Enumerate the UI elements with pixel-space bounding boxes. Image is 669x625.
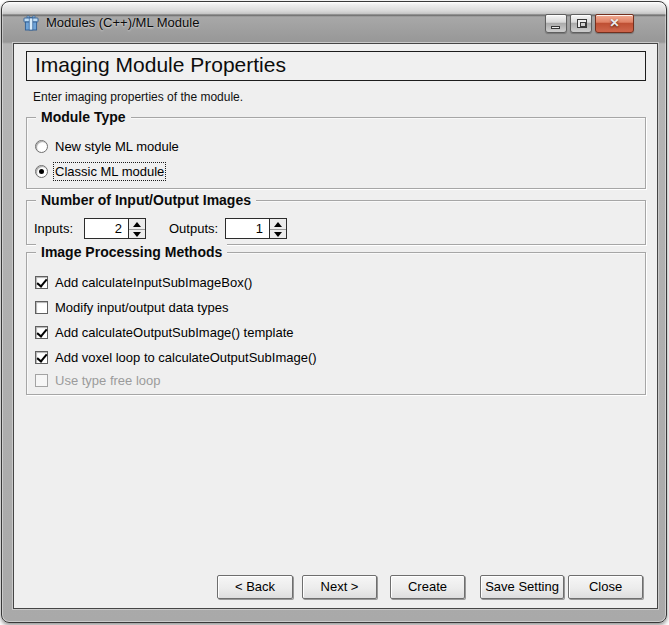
checkbox-add-calculate-input-subimagebox[interactable]: Add calculateInputSubImageBox(): [27, 275, 645, 292]
outputs-value: 1: [256, 221, 263, 236]
save-setting-button[interactable]: Save Setting: [480, 575, 564, 599]
inputs-label: Inputs:: [34, 221, 73, 236]
minimize-icon: [551, 26, 560, 29]
outputs-label: Outputs:: [169, 221, 218, 236]
window-title: Modules (C++)/ML Module: [46, 15, 199, 30]
checkbox-use-type-free-loop: Use type free loop: [27, 373, 645, 390]
processing-legend: Image Processing Methods: [36, 244, 227, 260]
radio-icon: [35, 165, 48, 178]
page-title-box: Imaging Module Properties: [26, 51, 646, 81]
close-button[interactable]: ✕: [595, 14, 634, 33]
radio-new-style-ml-module[interactable]: New style ML module: [27, 139, 645, 156]
radio-classic-ml-module[interactable]: Classic ML module: [27, 164, 645, 181]
inputs-spin-buttons: [128, 219, 145, 238]
arrow-up-icon: [133, 222, 141, 227]
checkbox-icon: [35, 326, 48, 339]
close-dialog-button[interactable]: Close: [568, 575, 643, 599]
checkbox-add-voxel-loop[interactable]: Add voxel loop to calculateOutputSubImag…: [27, 350, 645, 367]
arrow-up-icon: [274, 222, 282, 227]
radio-icon: [35, 140, 48, 153]
checkbox-icon: [35, 374, 48, 387]
radio-label: Classic ML module: [55, 164, 164, 179]
next-button[interactable]: Next >: [302, 575, 377, 599]
module-type-group: Module Type New style ML module Classic …: [26, 117, 646, 189]
maximize-button[interactable]: [570, 14, 592, 33]
checkbox-icon: [35, 301, 48, 314]
inputs-value: 2: [115, 221, 122, 236]
checkbox-modify-io-data-types[interactable]: Modify input/output data types: [27, 300, 645, 317]
arrow-down-icon: [133, 232, 141, 237]
checkbox-label: Add voxel loop to calculateOutputSubImag…: [55, 350, 317, 365]
arrow-down-icon: [274, 232, 282, 237]
radio-label: New style ML module: [55, 139, 179, 154]
module-type-legend: Module Type: [36, 109, 131, 125]
titlebar[interactable]: Modules (C++)/ML Module ✕: [2, 2, 666, 43]
module-package-icon: [22, 14, 40, 32]
checkbox-icon: [35, 351, 48, 364]
maximize-icon: [577, 19, 587, 28]
minimize-button[interactable]: [545, 14, 567, 33]
inputs-spin-down-button[interactable]: [129, 229, 145, 238]
processing-group: Image Processing Methods Add calculateIn…: [26, 252, 646, 395]
create-button[interactable]: Create: [390, 575, 465, 599]
outputs-spin-up-button[interactable]: [270, 219, 286, 228]
io-images-group: Number of Input/Output Images Inputs: 2 …: [26, 200, 646, 245]
checkbox-icon: [35, 276, 48, 289]
dialog-window: Modules (C++)/ML Module ✕ Imaging Module…: [1, 1, 667, 623]
checkbox-label: Modify input/output data types: [55, 300, 228, 315]
inputs-spin-up-button[interactable]: [129, 219, 145, 228]
io-images-legend: Number of Input/Output Images: [36, 192, 256, 208]
close-icon: ✕: [596, 16, 633, 30]
page-subtitle: Enter imaging properties of the module.: [33, 90, 243, 104]
page-title: Imaging Module Properties: [35, 53, 286, 77]
outputs-spin-buttons: [269, 219, 286, 238]
inputs-spinbox[interactable]: 2: [84, 218, 146, 239]
checkbox-label: Add calculateOutputSubImage() template: [55, 325, 293, 340]
checkbox-label: Add calculateInputSubImageBox(): [55, 275, 252, 290]
dialog-content: Imaging Module Properties Enter imaging …: [13, 43, 658, 609]
outputs-spinbox[interactable]: 1: [225, 218, 287, 239]
outputs-spin-down-button[interactable]: [270, 229, 286, 238]
back-button[interactable]: < Back: [217, 575, 293, 599]
checkbox-add-calculate-output-subimage-template[interactable]: Add calculateOutputSubImage() template: [27, 325, 645, 342]
checkbox-label: Use type free loop: [55, 373, 161, 388]
window-controls: ✕: [545, 14, 634, 33]
